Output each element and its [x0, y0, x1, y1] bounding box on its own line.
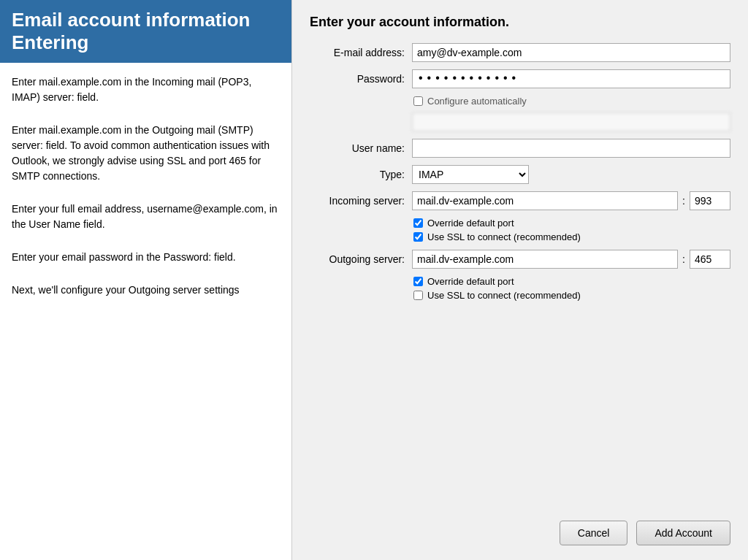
username-input[interactable]	[412, 139, 730, 158]
incoming-use-ssl-row: Use SSL to connect (recommended)	[413, 231, 730, 242]
incoming-use-ssl-label: Use SSL to connect (recommended)	[427, 231, 581, 242]
type-row: Type: IMAP POP3 Exchange	[310, 165, 730, 184]
left-panel: Email account information Entering Enter…	[0, 0, 292, 560]
form-section: E-mail address: Password: Configure auto…	[310, 43, 730, 507]
instruction-2: Enter mail.example.com in the Outgoing m…	[12, 123, 280, 184]
configure-auto-label: Configure automatically	[427, 96, 527, 107]
type-select[interactable]: IMAP POP3 Exchange	[412, 165, 529, 184]
left-header: Email account information Entering	[0, 0, 291, 63]
incoming-port-colon: :	[682, 195, 685, 207]
email-row: E-mail address:	[310, 43, 730, 62]
button-row: Cancel Add Account	[310, 521, 730, 545]
outgoing-port-input[interactable]	[690, 250, 730, 269]
outgoing-checkboxes: Override default port Use SSL to connect…	[413, 276, 730, 301]
email-label: E-mail address:	[310, 47, 405, 58]
incoming-server-label: Incoming server:	[310, 195, 405, 207]
add-account-button[interactable]: Add Account	[636, 521, 730, 545]
incoming-override-port-checkbox[interactable]	[413, 218, 423, 228]
instruction-5: Next, we'll configure your Outgoing serv…	[12, 283, 280, 298]
instruction-1: Enter mail.example.com in the Incoming m…	[12, 74, 280, 105]
incoming-override-port-label: Override default port	[427, 218, 514, 229]
incoming-checkboxes: Override default port Use SSL to connect…	[413, 218, 730, 242]
configure-auto-row: Configure automatically	[413, 96, 730, 107]
left-header-text: Email account information Entering	[12, 9, 251, 53]
incoming-port-input[interactable]	[690, 191, 730, 210]
outgoing-use-ssl-checkbox[interactable]	[413, 291, 423, 300]
right-title: Enter your account information.	[310, 15, 730, 30]
instruction-3: Enter your full email address, username@…	[12, 202, 280, 232]
password-label: Password:	[310, 73, 405, 85]
outgoing-port-colon: :	[682, 253, 685, 265]
blurred-row	[310, 112, 730, 131]
outgoing-override-port-label: Override default port	[427, 276, 514, 287]
outgoing-server-input[interactable]	[412, 250, 678, 269]
instruction-4: Enter your email password in the Passwor…	[12, 250, 280, 265]
outgoing-use-ssl-label: Use SSL to connect (recommended)	[427, 290, 581, 301]
outgoing-server-label: Outgoing server:	[310, 253, 405, 265]
right-panel: Enter your account information. E-mail a…	[292, 0, 748, 560]
type-label: Type:	[310, 169, 405, 180]
incoming-use-ssl-checkbox[interactable]	[413, 232, 423, 242]
left-content: Enter mail.example.com in the Incoming m…	[0, 63, 291, 560]
outgoing-use-ssl-row: Use SSL to connect (recommended)	[413, 290, 730, 301]
username-row: User name:	[310, 139, 730, 158]
configure-auto-checkbox[interactable]	[413, 96, 423, 106]
password-row: Password:	[310, 69, 730, 88]
username-label: User name:	[310, 142, 405, 154]
outgoing-server-row: Outgoing server: :	[310, 250, 730, 269]
cancel-button[interactable]: Cancel	[560, 521, 628, 545]
email-input[interactable]	[412, 43, 730, 62]
incoming-override-port-row: Override default port	[413, 218, 730, 229]
outgoing-override-port-row: Override default port	[413, 276, 730, 287]
outgoing-override-port-checkbox[interactable]	[413, 277, 423, 286]
incoming-server-input[interactable]	[412, 191, 678, 210]
password-input[interactable]	[412, 69, 730, 88]
incoming-server-row: Incoming server: :	[310, 191, 730, 210]
